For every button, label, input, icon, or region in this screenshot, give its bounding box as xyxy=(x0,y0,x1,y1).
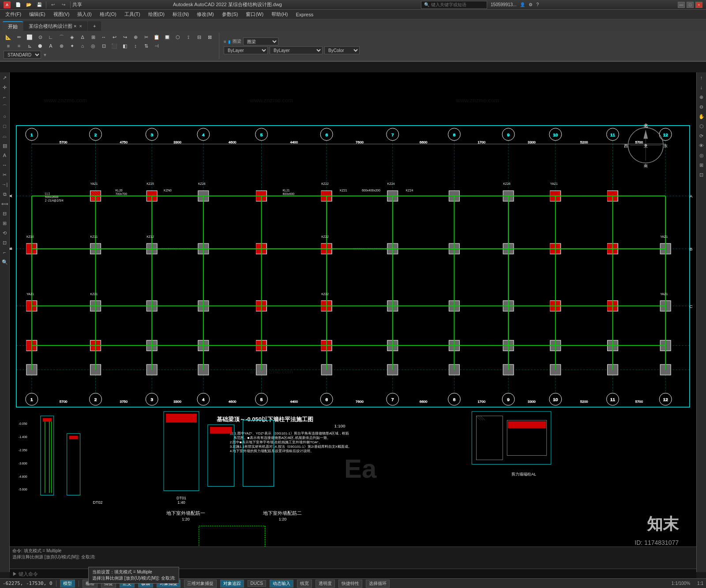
menu-format[interactable]: 格式(O) xyxy=(96,10,120,19)
dynin-btn[interactable]: 动态输入 xyxy=(270,580,293,588)
menu-edit[interactable]: 编辑(E) xyxy=(26,10,49,19)
open-btn[interactable]: 📂 xyxy=(24,0,34,9)
settings-icon[interactable]: ⚙ xyxy=(529,2,533,7)
layer-dropdown[interactable]: 圈梁 xyxy=(243,37,278,45)
trans-btn[interactable]: 透明度 xyxy=(315,580,335,588)
tool-btn-12[interactable]: ↪ xyxy=(120,33,130,41)
rtool-grid[interactable]: ⊞ xyxy=(697,161,706,169)
tool-extend[interactable]: →| xyxy=(0,180,9,189)
tool-btn-19[interactable]: ⊟ xyxy=(194,33,204,41)
tool-btn-7[interactable]: ◈ xyxy=(67,33,77,41)
menu-window[interactable]: 窗口(W) xyxy=(242,10,267,19)
redo-btn[interactable]: ↪ xyxy=(59,0,68,9)
main-canvas[interactable]: www.znzmo.com www.znzmo.com www.znzmo.co… xyxy=(10,72,696,566)
tool-zoom[interactable]: 🔍 xyxy=(0,258,9,266)
tool-btn-9[interactable]: ⊞ xyxy=(88,33,98,41)
tool-btn-10[interactable]: ↔ xyxy=(99,33,109,41)
tool-btn-13[interactable]: ⊕ xyxy=(131,33,140,41)
tab-drawing[interactable]: 某综合楼结构设计图 × × xyxy=(23,21,87,31)
tool-offset[interactable]: ⊟ xyxy=(0,209,9,218)
tool-polyline[interactable]: ⌒ xyxy=(0,102,9,111)
menu-dim[interactable]: 标注(N) xyxy=(169,10,192,19)
tool-btn-14[interactable]: ✂ xyxy=(141,33,151,41)
tool-array[interactable]: ⊞ xyxy=(0,219,9,228)
tool-btn-29[interactable]: ◎ xyxy=(88,42,98,50)
user-icon[interactable]: 👤 xyxy=(520,2,525,7)
rtool-pan[interactable]: ✋ xyxy=(697,112,706,121)
tool-btn-25[interactable]: A xyxy=(46,42,56,50)
rtool-zoom-in[interactable]: ⊕ xyxy=(697,93,706,101)
tool-fillet[interactable]: ⌐ xyxy=(0,248,9,257)
tool-text[interactable]: A xyxy=(0,151,9,160)
model-indicator[interactable]: 模型 xyxy=(60,580,75,588)
tool-btn-30[interactable]: ⊡ xyxy=(99,42,109,50)
search-input[interactable] xyxy=(431,2,484,7)
tab-new[interactable]: + xyxy=(88,21,101,31)
minimize-button[interactable]: — xyxy=(678,2,685,8)
tool-circle[interactable]: ○ xyxy=(0,112,9,121)
tool-btn-22[interactable]: ⌗ xyxy=(14,42,24,50)
tool-btn-31[interactable]: ⬛ xyxy=(109,42,119,50)
tool-btn-15[interactable]: 📋 xyxy=(152,33,161,41)
linetype-dropdown[interactable]: ByLayer xyxy=(270,46,323,54)
menu-tools[interactable]: 工具(T) xyxy=(121,10,144,19)
tool-btn-20[interactable]: ⊠ xyxy=(205,33,214,41)
tool-btn-32[interactable]: ◧ xyxy=(120,42,130,50)
tool-btn-3[interactable]: ⬜ xyxy=(25,33,34,41)
rtool-3dview[interactable]: ⬡ xyxy=(697,122,706,131)
tool-btn-2[interactable]: ✏ xyxy=(14,33,24,41)
tool-move[interactable]: ✛ xyxy=(0,83,9,92)
close-button[interactable]: × xyxy=(695,2,702,8)
tool-select[interactable]: ↗ xyxy=(0,73,9,82)
tool-btn-28[interactable]: ⌂ xyxy=(78,42,87,50)
menu-draw[interactable]: 绘图(D) xyxy=(145,10,168,19)
menu-file[interactable]: 文件(F) xyxy=(2,10,25,19)
undo-btn[interactable]: ↩ xyxy=(48,0,58,9)
tool-btn-1[interactable]: 📐 xyxy=(4,33,13,41)
tool-btn-27[interactable]: ✦ xyxy=(67,42,77,50)
seloop-btn[interactable]: 选择循环 xyxy=(366,580,390,588)
tool-btn-33[interactable]: ↕ xyxy=(131,42,140,50)
tool-btn-23[interactable]: ⊾ xyxy=(25,42,34,50)
otrack-btn[interactable]: 对象追踪 xyxy=(220,580,244,588)
tool-btn-34[interactable]: ⇅ xyxy=(141,42,151,50)
rtool-rotate[interactable]: ⟳ xyxy=(697,131,706,140)
menu-help[interactable]: 帮助(H) xyxy=(268,10,291,19)
rtool-orbit[interactable]: ◎ xyxy=(697,151,706,160)
tool-btn-21[interactable]: ≡ xyxy=(4,42,13,50)
tool-arc[interactable]: ⌓ xyxy=(0,131,9,140)
maximize-button[interactable]: □ xyxy=(687,2,694,8)
menu-view[interactable]: 视图(V) xyxy=(50,10,73,19)
tool-btn-5[interactable]: ∟ xyxy=(46,33,56,41)
tab-home[interactable]: 开始 xyxy=(3,21,23,31)
tool-btn-26[interactable]: ⊗ xyxy=(56,42,66,50)
new-btn[interactable]: 📄 xyxy=(13,0,23,9)
tool-btn-16[interactable]: 🔲 xyxy=(162,33,172,41)
rtool-zoom-out[interactable]: ⊖ xyxy=(697,102,706,111)
menu-express[interactable]: Express xyxy=(292,11,317,18)
color-dropdown[interactable]: ByLayer xyxy=(224,46,268,54)
3dosnap-btn[interactable]: 三维对象捕捉 xyxy=(184,580,217,588)
tool-btn-35[interactable]: ⊣ xyxy=(152,42,161,50)
linewidth-btn[interactable]: 线宽 xyxy=(297,580,312,588)
tool-btn-18[interactable]: ⟟ xyxy=(184,33,193,41)
save-btn[interactable]: 💾 xyxy=(34,0,44,9)
menu-insert[interactable]: 插入(I) xyxy=(74,10,95,19)
tool-line[interactable]: ⌐ xyxy=(0,93,9,101)
help-icon[interactable]: ? xyxy=(536,2,539,7)
menu-modify[interactable]: 修改(M) xyxy=(193,10,218,19)
window-controls[interactable]: — □ × xyxy=(678,2,702,8)
tool-rotate[interactable]: ⟲ xyxy=(0,228,9,237)
rtool-view[interactable]: 👁 xyxy=(697,141,706,150)
tool-btn-8[interactable]: ∆ xyxy=(78,33,87,41)
menu-params[interactable]: 参数(S) xyxy=(218,10,242,19)
lineweight-dropdown[interactable]: ByColor xyxy=(324,46,360,54)
qprop-btn[interactable]: 快捷特性 xyxy=(338,580,362,588)
tool-rect[interactable]: □ xyxy=(0,122,9,131)
tool-hatch[interactable]: ▤ xyxy=(0,141,9,150)
tool-mirror[interactable]: ⟺ xyxy=(0,199,9,208)
rtool-snap[interactable]: ⊡ xyxy=(697,170,706,179)
tool-btn-4[interactable]: ⊙ xyxy=(35,33,45,41)
tool-btn-24[interactable]: ⬢ xyxy=(35,42,45,50)
tool-btn-6[interactable]: ⌒ xyxy=(56,33,66,41)
